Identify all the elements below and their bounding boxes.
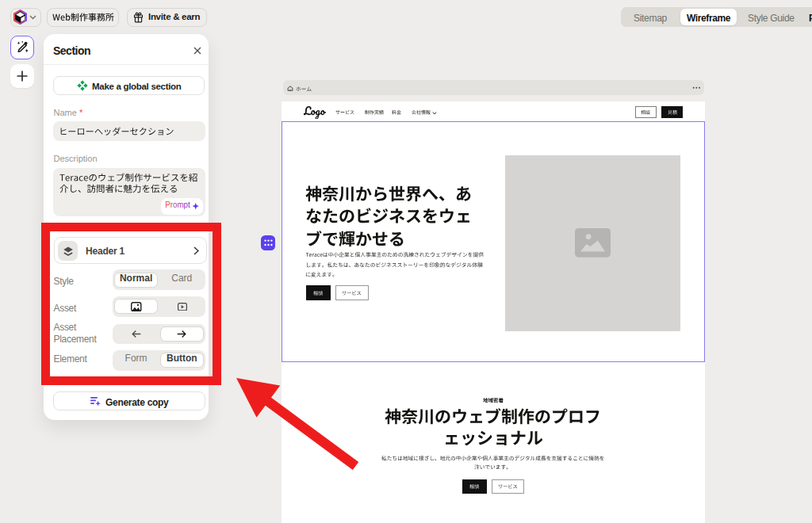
svg-text:Prompt: Prompt <box>165 200 190 209</box>
